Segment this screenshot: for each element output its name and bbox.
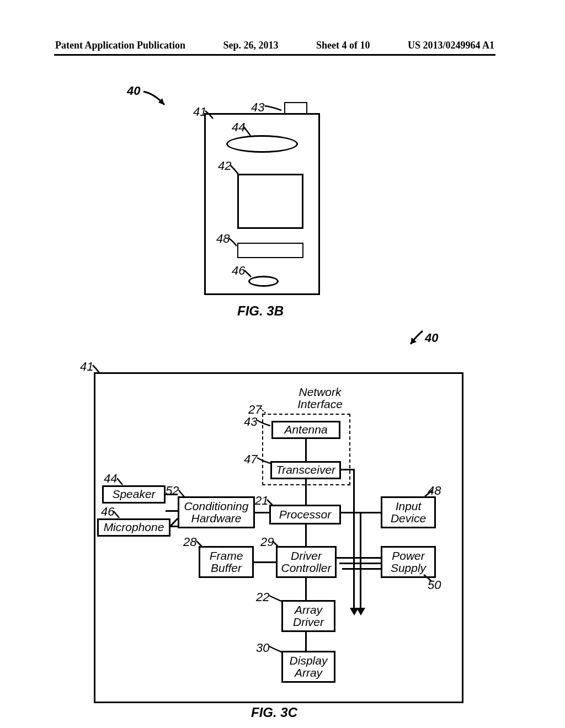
leader-47: [257, 458, 271, 465]
ref-43-bottom: 43: [244, 415, 257, 429]
ref-22: 22: [256, 590, 269, 604]
conn-driver-array: [305, 578, 307, 600]
ref-43-top: 43: [251, 100, 264, 115]
driver-controller-block: Driver Controller: [276, 546, 337, 578]
display-rect: [237, 174, 303, 229]
ref-44-top: 44: [232, 120, 245, 135]
antenna-block: Antenna: [271, 421, 340, 439]
figure-canvas: 40 41 43 44 42 48 46 FIG. 3B 40 41 Netwo…: [0, 77, 565, 722]
header-sheet: Sheet 4 of 10: [316, 40, 370, 51]
fig3c-caption: FIG. 3C: [251, 705, 297, 720]
conn-frame-driver: [254, 561, 276, 563]
leader-50: [424, 575, 434, 582]
input-block: Input Device: [381, 496, 436, 528]
leader-42-top: [231, 165, 242, 175]
speaker-ellipse: [226, 135, 298, 153]
ref-40-top: 40: [127, 84, 140, 98]
header-date: Sep. 26, 2013: [223, 40, 279, 51]
conn-proc-driver: [305, 524, 307, 546]
ref-28: 28: [183, 535, 196, 549]
svg-marker-3: [356, 608, 365, 615]
conditioning-block: Conditioning Hardware: [178, 496, 255, 528]
conn-antenna-transceiver: [305, 439, 307, 461]
leader-52: [179, 490, 186, 498]
ref-46-bottom: 46: [101, 505, 114, 519]
conn-mic-cond2: [166, 510, 179, 512]
header-rule: [54, 54, 495, 56]
ref-46-top: 46: [232, 264, 245, 278]
conn-array-display: [305, 632, 307, 651]
network-interface-label: Network Interface: [287, 386, 353, 410]
transceiver-block: Transceiver: [270, 461, 341, 479]
display-array-block: Display Array: [281, 651, 335, 683]
ref-47: 47: [244, 452, 257, 467]
arrow-40-top: [143, 89, 177, 111]
leader-30: [269, 646, 282, 653]
microphone-block: Microphone: [97, 518, 170, 537]
rail-right-1b: [341, 469, 353, 470]
ref-30: 30: [256, 641, 269, 655]
conn-mic-cond3: [170, 526, 178, 527]
leader-21: [267, 500, 275, 506]
ref-29: 29: [260, 535, 274, 549]
ref-21: 21: [255, 494, 268, 508]
arrowhead-rail2: [356, 608, 365, 615]
conn-transceiver-processor: [305, 479, 307, 505]
rail-right-1: [353, 469, 355, 601]
input-rect: [237, 243, 303, 258]
leader-48-bottom: [425, 490, 435, 497]
leader-41-bottom: [93, 365, 102, 374]
speaker-block: Speaker: [102, 485, 166, 504]
power-block: Power Supply: [381, 546, 436, 578]
ref-42-top: 42: [218, 159, 231, 173]
arrow-40-bottom: [408, 331, 425, 347]
leader-46-top: [244, 270, 254, 278]
header-publication: Patent Application Publication: [55, 40, 185, 51]
leader-41-top: [205, 111, 216, 121]
leader-27: [260, 408, 268, 415]
conn-cond-proc: [255, 512, 269, 513]
antenna-stub: [284, 102, 307, 114]
conn-driver-power1: [337, 557, 381, 559]
conn-mic-cond: [166, 495, 179, 528]
leader-43-top: [265, 105, 282, 113]
leader-46-bottom: [114, 511, 121, 519]
ref-44-bottom: 44: [104, 472, 117, 486]
header-pubnum: US 2013/0249964 A1: [408, 40, 494, 51]
leader-29: [273, 541, 280, 548]
ref-40-bottom: 40: [425, 331, 438, 345]
leader-44-top: [244, 127, 255, 137]
page-header: Patent Application Publication Sep. 26, …: [0, 40, 565, 51]
conn-driver-power3: [342, 568, 381, 570]
leader-43-bottom: [257, 420, 271, 428]
rail-right-2: [360, 513, 361, 612]
leader-48-top: [229, 238, 240, 247]
fig3b-caption: FIG. 3B: [237, 303, 284, 319]
leader-44-bottom: [117, 478, 125, 486]
array-driver-block: Array Driver: [281, 600, 335, 632]
ref-48-top: 48: [216, 232, 230, 246]
leader-28: [196, 541, 204, 548]
ref-41-top: 41: [193, 105, 206, 119]
ref-41-bottom: 41: [80, 360, 93, 374]
frame-buffer-block: Frame Buffer: [199, 546, 254, 578]
processor-block: Processor: [269, 505, 341, 524]
leader-22: [269, 596, 282, 602]
